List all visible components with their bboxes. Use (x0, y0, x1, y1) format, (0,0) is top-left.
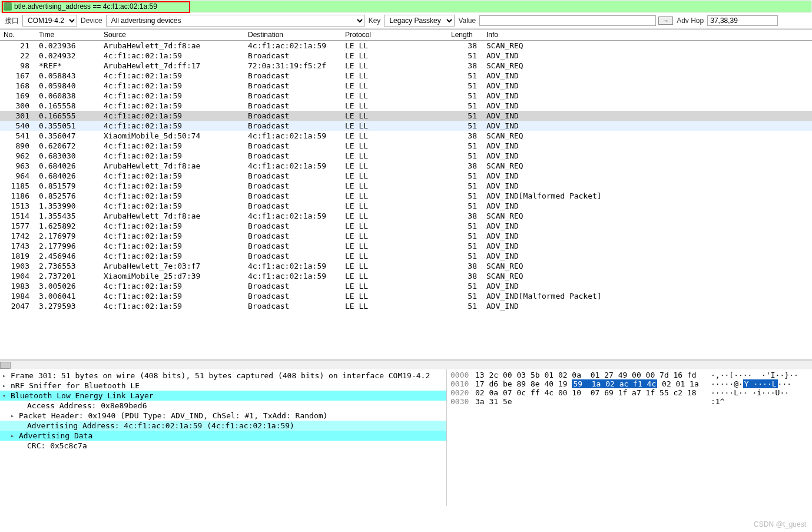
table-row[interactable]: 5410.356047XiaomiMobile_5d:50:744c:f1:ac… (0, 131, 812, 141)
column-header[interactable]: Destination (244, 29, 342, 41)
table-row[interactable]: 9640.6840264c:f1:ac:02:1a:59BroadcastLE … (0, 171, 812, 181)
hex-row[interactable]: 002002 0a 07 0c ff 4c 00 10 07 69 1f a7 … (449, 388, 810, 397)
packet-table: No.TimeSourceDestinationProtocolLengthIn… (0, 29, 812, 311)
advhop-input[interactable] (707, 15, 778, 26)
hex-row[interactable]: 001017 d6 be 89 8e 40 19 59 1a 02 ac f1 … (449, 379, 810, 388)
tree-node[interactable]: ▸Packet Header: 0x1940 (PDU Type: ADV_IN… (0, 411, 446, 421)
column-header[interactable]: Length (448, 29, 483, 41)
table-row[interactable]: 15141.355435ArubaHewlett_7d:f8:ae4c:f1:a… (0, 211, 812, 221)
table-row[interactable]: 9620.6830304c:f1:ac:02:1a:59BroadcastLE … (0, 151, 812, 161)
tree-node[interactable]: ▾Bluetooth Low Energy Link Layer (0, 391, 446, 401)
column-header[interactable]: Info (483, 29, 812, 41)
packet-list-pane[interactable]: No.TimeSourceDestinationProtocolLengthIn… (0, 29, 812, 360)
table-row[interactable]: 18192.4569464c:f1:ac:02:1a:59BroadcastLE… (0, 251, 812, 261)
table-row[interactable]: 15771.6258924c:f1:ac:02:1a:59BroadcastLE… (0, 221, 812, 231)
key-label: Key (369, 16, 381, 25)
table-row[interactable]: 1680.0598404c:f1:ac:02:1a:59BroadcastLE … (0, 81, 812, 91)
table-row[interactable]: 9630.684026ArubaHewlett_7d:f8:ae4c:f1:ac… (0, 161, 812, 171)
device-label: Device (81, 16, 102, 25)
table-row[interactable]: 1670.0588434c:f1:ac:02:1a:59BroadcastLE … (0, 71, 812, 81)
packet-header-row[interactable]: No.TimeSourceDestinationProtocolLengthIn… (0, 29, 812, 41)
value-label: Value (458, 16, 476, 25)
table-row[interactable]: 19042.737201XiaomiMobile_25:d7:394c:f1:a… (0, 271, 812, 281)
table-row[interactable]: 17422.1769794c:f1:ac:02:1a:59BroadcastLE… (0, 231, 812, 241)
tree-node[interactable]: ▸nRF Sniffer for Bluetooth LE (0, 381, 446, 391)
expand-icon[interactable]: ▸ (11, 412, 14, 419)
table-row[interactable]: 210.023936ArubaHewlett_7d:f8:ae4c:f1:ac:… (0, 41, 812, 51)
display-filter-input[interactable] (14, 2, 808, 11)
table-row[interactable]: 19032.736553ArubaHewlett_7e:03:f74c:f1:a… (0, 261, 812, 271)
table-row[interactable]: 8900.6206724c:f1:ac:02:1a:59BroadcastLE … (0, 141, 812, 151)
packet-hscrollbar[interactable] (0, 360, 812, 369)
table-row[interactable]: 19843.0060414c:f1:ac:02:1a:59BroadcastLE… (0, 291, 812, 301)
table-row[interactable]: 11860.8525764c:f1:ac:02:1a:59BroadcastLE… (0, 191, 812, 201)
table-row[interactable]: 17432.1779964c:f1:ac:02:1a:59BroadcastLE… (0, 241, 812, 251)
interface-select[interactable]: COM19-4.2 (22, 15, 77, 27)
advhop-label: Adv Hop (677, 16, 704, 25)
hex-row[interactable]: 000013 2c 00 03 5b 01 02 0a 01 27 49 00 … (449, 371, 810, 379)
table-row[interactable]: 3010.1665554c:f1:ac:02:1a:59BroadcastLE … (0, 111, 812, 121)
tree-node[interactable]: CRC: 0x5c8c7a (0, 441, 446, 451)
tree-node[interactable]: Access Address: 0x8e89bed6 (0, 401, 446, 411)
table-row[interactable]: 98*REF*ArubaHewlett_7d:ff:1772:0a:31:19:… (0, 61, 812, 71)
lower-pane: ▸Frame 301: 51 bytes on wire (408 bits),… (0, 369, 812, 506)
packet-details-tree[interactable]: ▸Frame 301: 51 bytes on wire (408 bits),… (0, 369, 447, 506)
capture-toolbar: 接口 COM19-4.2 Device All advertising devi… (0, 13, 812, 29)
device-select[interactable]: All advertising devices (106, 15, 365, 27)
display-filter-bar[interactable] (1, 1, 811, 12)
go-button[interactable]: → (658, 16, 673, 25)
hex-row[interactable]: 00303a 31 5e:1^ (449, 397, 810, 406)
table-row[interactable]: 3000.1655584c:f1:ac:02:1a:59BroadcastLE … (0, 101, 812, 111)
table-row[interactable]: 11850.8515794c:f1:ac:02:1a:59BroadcastLE… (0, 181, 812, 191)
table-row[interactable]: 15131.3539904c:f1:ac:02:1a:59BroadcastLE… (0, 201, 812, 211)
value-input[interactable] (479, 15, 656, 26)
column-header[interactable]: Protocol (342, 29, 448, 41)
expand-icon[interactable]: ▾ (2, 392, 6, 399)
watermark: CSDN @t_guest (754, 520, 806, 528)
table-row[interactable]: 5400.3550514c:f1:ac:02:1a:59BroadcastLE … (0, 121, 812, 131)
tree-node[interactable]: ▸Frame 301: 51 bytes on wire (408 bits),… (0, 371, 446, 381)
packet-bytes-pane[interactable]: 000013 2c 00 03 5b 01 02 0a 01 27 49 00 … (447, 369, 812, 506)
interface-label: 接口 (5, 16, 19, 26)
table-row[interactable]: 1690.0608384c:f1:ac:02:1a:59BroadcastLE … (0, 91, 812, 101)
table-row[interactable]: 20473.2795934c:f1:ac:02:1a:59BroadcastLE… (0, 301, 812, 311)
table-row[interactable]: 19833.0050264c:f1:ac:02:1a:59BroadcastLE… (0, 281, 812, 291)
expand-icon[interactable]: ▸ (11, 432, 14, 439)
column-header[interactable]: Source (100, 29, 244, 41)
table-row[interactable]: 220.0249324c:f1:ac:02:1a:59BroadcastLE L… (0, 51, 812, 61)
column-header[interactable]: No. (0, 29, 35, 41)
column-header[interactable]: Time (35, 29, 100, 41)
expand-icon[interactable]: ▸ (2, 372, 6, 379)
key-type-select[interactable]: Legacy Passkey (384, 15, 455, 27)
filter-icon (4, 2, 12, 11)
tree-node[interactable]: ▸Advertising Data (0, 431, 446, 441)
expand-icon[interactable]: ▸ (2, 382, 6, 389)
tree-node[interactable]: Advertising Address: 4c:f1:ac:02:1a:59 (… (0, 421, 446, 431)
